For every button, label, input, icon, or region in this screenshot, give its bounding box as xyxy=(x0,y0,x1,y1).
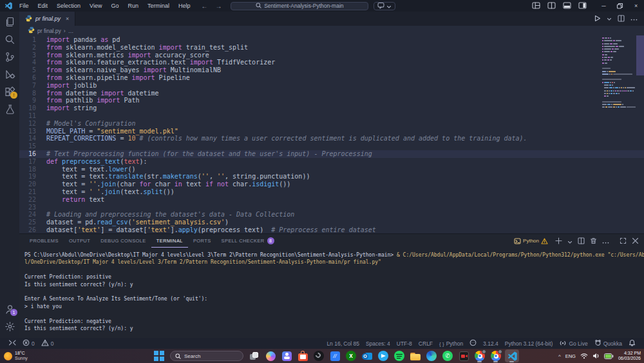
minimap[interactable] xyxy=(602,37,636,110)
menu-view[interactable]: View xyxy=(85,3,106,9)
code-line-12[interactable]: 12# Model's Configuration xyxy=(19,120,644,128)
battery-icon[interactable] xyxy=(604,350,614,362)
active-terminal-label[interactable]: Python xyxy=(514,238,548,244)
menu-help[interactable]: Help xyxy=(174,3,195,9)
more-actions-button[interactable] xyxy=(602,235,609,247)
taskbar-search[interactable]: Search xyxy=(170,351,243,361)
copilot-app-icon[interactable] xyxy=(263,349,278,362)
layout-sidebar-right-icon[interactable] xyxy=(578,0,587,12)
accounts-icon[interactable]: 1 xyxy=(0,300,19,318)
code-line-10[interactable]: 10import string xyxy=(19,104,644,112)
menu-edit[interactable]: Edit xyxy=(33,3,53,9)
status-copilot-status[interactable] xyxy=(466,339,480,348)
split-terminal-button[interactable] xyxy=(578,235,585,247)
clock[interactable]: 4:32 PM 06/03/2026 xyxy=(618,351,641,362)
code-line-25[interactable]: 25dataset = pd.read_csv('sentiment_analy… xyxy=(19,219,644,226)
code-line-19[interactable]: 19 text = text.translate(str.maketrans('… xyxy=(19,173,644,181)
code-line-8[interactable]: 8from datetime import datetime xyxy=(19,90,644,97)
status-python-version[interactable]: 3.12.4 xyxy=(480,340,502,347)
status-remote-indicator[interactable] xyxy=(5,339,19,348)
code-line-13[interactable]: 13MODEL_PATH = "sentiment_model.pkl" xyxy=(19,128,644,135)
layout-panel-bottom-icon[interactable] xyxy=(563,0,571,12)
code-line-15[interactable]: 15 xyxy=(19,142,644,150)
panel-tab-terminal[interactable]: TERMINAL xyxy=(151,234,188,248)
close-tab-icon[interactable]: × xyxy=(66,15,69,22)
chrome-2-icon[interactable] xyxy=(489,349,503,362)
command-center-search[interactable]: Sentiment-Analysis-Python-main xyxy=(231,2,368,10)
code-line-26[interactable]: 26dataset['text'] = dataset['text'].appl… xyxy=(19,226,644,233)
code-line-23[interactable]: 23 xyxy=(19,204,644,211)
extensions-icon[interactable]: ! xyxy=(0,83,19,101)
panel-tab-ports[interactable]: PORTS xyxy=(188,234,216,248)
code-line-9[interactable]: 9from pathlib import Path xyxy=(19,97,644,104)
vscode-app-icon[interactable] xyxy=(505,349,519,362)
tab-pr-final-py[interactable]: pr final.py × xyxy=(19,12,75,26)
telegram-icon[interactable] xyxy=(376,349,390,362)
status-language-mode[interactable]: { }Python xyxy=(436,340,466,347)
tray-chevron-up-icon[interactable]: ^ xyxy=(558,353,561,359)
code-line-3[interactable]: 3from sklearn.metrics import accuracy_sc… xyxy=(19,52,644,59)
minimize-button[interactable]: ─ xyxy=(596,0,612,12)
code-line-22[interactable]: 22 return text xyxy=(19,196,644,204)
menu-run[interactable]: Run xyxy=(123,3,143,9)
start-button[interactable] xyxy=(152,349,166,362)
chrome-1-icon[interactable] xyxy=(473,349,487,362)
close-window-button[interactable]: × xyxy=(628,0,644,12)
split-editor-button[interactable] xyxy=(618,15,625,23)
status-indentation[interactable]: Spaces: 4 xyxy=(363,340,393,347)
speaker-icon[interactable] xyxy=(592,350,600,362)
source-control-icon[interactable] xyxy=(0,48,19,66)
status-notifications-bell[interactable] xyxy=(625,339,639,348)
maximize-panel-button[interactable] xyxy=(620,235,627,247)
more-actions-button[interactable] xyxy=(630,15,638,23)
code-line-4[interactable]: 4from sklearn.feature_extraction.text im… xyxy=(19,59,644,66)
scrollbar[interactable] xyxy=(636,35,644,75)
task-view-icon[interactable] xyxy=(247,349,261,362)
status-errors[interactable]: 0 xyxy=(19,339,38,348)
explorer-icon[interactable] xyxy=(0,14,19,31)
code-line-20[interactable]: 20 text = ''.join(char for char in text … xyxy=(19,181,644,188)
bandicam-icon[interactable] xyxy=(457,349,471,362)
movies-icon[interactable]: // xyxy=(328,349,342,362)
close-panel-button[interactable] xyxy=(632,235,639,247)
code-line-5[interactable]: 5from sklearn.naive_bayes import Multino… xyxy=(19,66,644,74)
file-explorer-icon[interactable] xyxy=(408,349,422,362)
breadcrumb-more[interactable]: … xyxy=(68,28,74,34)
menu-file[interactable]: File xyxy=(15,3,33,9)
layout-columns-icon[interactable] xyxy=(547,0,556,12)
code-line-7[interactable]: 7import joblib xyxy=(19,82,644,90)
menu-go[interactable]: Go xyxy=(106,3,123,9)
edge-icon[interactable] xyxy=(424,349,439,362)
panel-tab-output[interactable]: OUTPUT xyxy=(64,234,95,248)
search-side-icon[interactable] xyxy=(0,31,19,48)
back-icon[interactable]: ← xyxy=(197,3,211,10)
code-line-1[interactable]: 1import pandas as pd xyxy=(19,36,644,44)
terminal-profile-dropdown[interactable] xyxy=(567,235,573,247)
code-line-17[interactable]: 17def preprocess_text(text): xyxy=(19,158,644,166)
run-dropdown[interactable] xyxy=(607,15,612,23)
run-debug-icon[interactable] xyxy=(0,66,19,83)
status-encoding[interactable]: UTF-8 xyxy=(393,340,415,347)
code-line-16[interactable]: 16# Text Preprocessing function (for the… xyxy=(19,150,644,158)
code-line-21[interactable]: 21 text = ' '.join(text.split()) xyxy=(19,188,644,196)
kill-terminal-button[interactable] xyxy=(590,235,597,247)
menu-selection[interactable]: Selection xyxy=(52,3,85,9)
status-python-interpreter[interactable]: Python 3.12 (64-bit) xyxy=(502,340,556,347)
store-icon[interactable] xyxy=(296,349,310,362)
outlook-icon[interactable]: O xyxy=(360,349,374,362)
code-line-11[interactable]: 11 xyxy=(19,112,644,120)
layout-panels-icon[interactable] xyxy=(532,0,540,12)
status-eol[interactable]: CRLF xyxy=(415,340,436,347)
spotify-icon[interactable] xyxy=(392,349,406,362)
copilot-button[interactable] xyxy=(374,2,395,10)
testing-icon[interactable] xyxy=(0,101,19,118)
language-indicator[interactable]: ENG xyxy=(565,353,576,359)
wifi-icon[interactable] xyxy=(580,350,588,362)
code-line-18[interactable]: 18 text = text.lower() xyxy=(19,166,644,173)
people-icon[interactable] xyxy=(279,349,294,362)
whatsapp-icon[interactable]: ✆ xyxy=(440,349,455,362)
weather-widget[interactable]: 18°C Sunny xyxy=(0,351,28,361)
panel-tab-problems[interactable]: PROBLEMS xyxy=(24,234,64,248)
forward-icon[interactable]: → xyxy=(211,3,225,10)
restore-button[interactable] xyxy=(612,0,628,12)
